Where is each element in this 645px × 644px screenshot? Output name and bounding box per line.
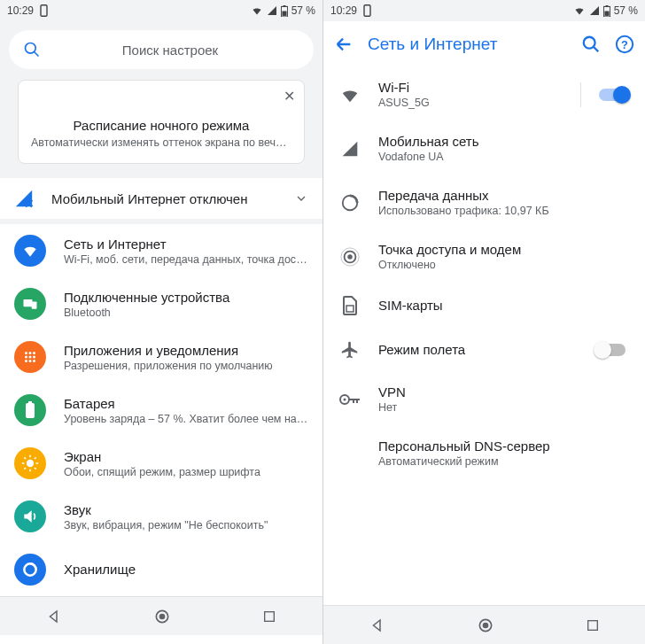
row-title: Мобильная сеть <box>378 134 631 149</box>
row-title: Приложения и уведомления <box>64 343 308 358</box>
svg-point-32 <box>159 613 166 619</box>
close-icon[interactable]: ✕ <box>284 88 295 105</box>
network-list: Wi-Fi ASUS_5G Мобильная сеть Vodafone UA <box>323 67 645 605</box>
row-sub: Автоматический режим <box>378 455 631 468</box>
row-title: Подключенные устройства <box>64 290 308 305</box>
svg-point-12 <box>33 352 35 354</box>
search-settings[interactable]: Поиск настроек <box>9 30 314 69</box>
row-vpn[interactable]: VPN Нет <box>323 372 645 426</box>
search-button[interactable] <box>581 35 601 54</box>
back-button[interactable] <box>334 35 354 54</box>
row-title: Wi-Fi <box>378 80 564 95</box>
battery-circle-icon <box>14 394 46 426</box>
row-sub: Использовано трафика: 10,97 КБ <box>378 205 631 217</box>
portrait-lock-icon <box>39 4 49 17</box>
hotspot-icon <box>338 247 362 267</box>
signal-icon <box>267 5 277 16</box>
svg-point-21 <box>27 460 34 467</box>
row-hotspot[interactable]: Точка доступа и модем Отключено <box>323 229 645 283</box>
card-sub: Автоматически изменять оттенок экрана по… <box>31 136 291 149</box>
svg-rect-36 <box>605 5 608 6</box>
airplane-toggle[interactable] <box>594 341 631 359</box>
signal-off-icon <box>14 189 34 208</box>
row-data-usage[interactable]: Передача данных Использовано трафика: 10… <box>323 175 645 229</box>
card-title: Расписание ночного режима <box>31 118 291 133</box>
row-battery[interactable]: Батарея Уровень заряда – 57 %. Хватит бо… <box>0 384 322 437</box>
settings-header: Поиск настроек ✕ Расписание ночного режи… <box>0 21 322 173</box>
status-bar: 10:29 57 % <box>323 0 645 21</box>
mobile-data-off-suggestion[interactable]: Мобильный Интернет отключен <box>0 178 322 219</box>
row-title: VPN <box>378 384 631 400</box>
nav-back-button[interactable] <box>369 617 385 633</box>
row-title: Режим полета <box>378 342 578 357</box>
divider <box>580 82 581 107</box>
svg-rect-37 <box>604 11 609 15</box>
nav-home-button[interactable] <box>153 608 171 625</box>
svg-line-5 <box>35 52 39 57</box>
svg-point-18 <box>33 360 35 362</box>
svg-rect-20 <box>28 401 32 404</box>
chevron-down-icon <box>294 191 308 206</box>
svg-point-10 <box>25 352 27 354</box>
status-battery-text: 57 % <box>614 4 638 17</box>
svg-rect-3 <box>282 11 286 15</box>
row-sound[interactable]: Звук Звук, вибрация, режим "Не беспокоит… <box>0 490 322 543</box>
svg-point-38 <box>584 37 595 49</box>
svg-rect-33 <box>265 611 275 621</box>
svg-point-15 <box>33 356 35 359</box>
status-time: 10:29 <box>7 4 34 17</box>
sound-circle-icon <box>14 500 46 532</box>
nav-back-button[interactable] <box>46 609 62 625</box>
airplane-icon <box>338 340 362 360</box>
row-sub: Уровень заряда – 57 %. Хватит более чем … <box>64 413 308 425</box>
network-settings-screen: 10:29 57 % Сеть и Интернет ? <box>322 0 645 644</box>
wifi-icon <box>251 5 263 16</box>
svg-rect-0 <box>41 5 47 17</box>
row-airplane[interactable]: Режим полета <box>323 328 645 372</box>
nav-recent-button[interactable] <box>262 609 276 624</box>
storage-circle-icon <box>14 554 46 586</box>
nav-recent-button[interactable] <box>586 618 600 632</box>
wifi-toggle[interactable] <box>594 86 631 104</box>
display-circle-icon <box>14 447 46 479</box>
row-sim[interactable]: SIM-карты <box>323 283 645 328</box>
svg-line-26 <box>24 457 26 459</box>
vpn-key-icon <box>338 393 362 406</box>
row-sub: Bluetooth <box>64 306 308 319</box>
navigation-bar <box>0 596 322 635</box>
row-network[interactable]: Сеть и Интернет Wi-Fi, моб. сети, переда… <box>0 224 322 277</box>
nav-home-button[interactable] <box>477 617 494 634</box>
row-connected-devices[interactable]: Подключенные устройства Bluetooth <box>0 277 322 330</box>
svg-point-14 <box>29 356 32 359</box>
help-button[interactable]: ? <box>615 35 634 54</box>
row-display[interactable]: Экран Обои, спящий режим, размер шрифта <box>0 437 322 490</box>
svg-point-48 <box>344 398 346 400</box>
wifi-circle-icon <box>14 235 46 267</box>
settings-list: Сеть и Интернет Wi-Fi, моб. сети, переда… <box>0 224 322 596</box>
row-title: Персональный DNS-сервер <box>378 438 631 454</box>
svg-line-27 <box>35 468 36 469</box>
row-title: Батарея <box>64 396 308 411</box>
status-time: 10:29 <box>330 4 357 17</box>
svg-point-43 <box>347 254 353 260</box>
svg-line-29 <box>35 457 36 459</box>
row-wifi[interactable]: Wi-Fi ASUS_5G <box>323 67 645 121</box>
row-sub: ASUS_5G <box>378 97 564 109</box>
row-title: Экран <box>64 449 308 464</box>
settings-main-screen: 10:29 57 % Поиск настроек ✕ <box>0 0 322 644</box>
search-placeholder: Поиск настроек <box>41 43 299 58</box>
row-title: Точка доступа и модем <box>378 242 631 257</box>
svg-point-17 <box>29 360 32 362</box>
svg-text:?: ? <box>621 38 628 51</box>
row-title: SIM-карты <box>378 298 631 313</box>
row-storage[interactable]: Хранилище <box>0 543 322 596</box>
row-apps[interactable]: Приложения и уведомления Разрешения, при… <box>0 330 322 384</box>
moon-icon <box>31 93 291 113</box>
row-private-dns[interactable]: Персональный DNS-сервер Автоматический р… <box>323 426 645 480</box>
row-title: Передача данных <box>378 188 631 203</box>
row-sub: Отключено <box>378 259 631 271</box>
row-mobile-network[interactable]: Мобильная сеть Vodafone UA <box>323 121 645 175</box>
app-bar: Сеть и Интернет ? <box>323 21 645 67</box>
svg-rect-46 <box>346 306 354 312</box>
night-mode-card[interactable]: ✕ Расписание ночного режима Автоматическ… <box>18 80 305 164</box>
